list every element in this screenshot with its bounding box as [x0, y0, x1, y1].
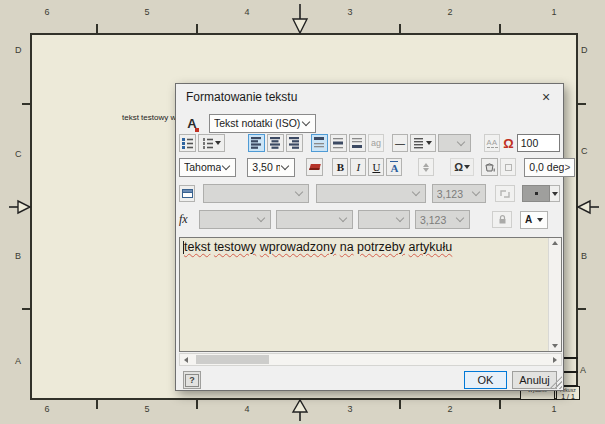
overline-button[interactable]: A [386, 158, 402, 176]
fx-lock-button[interactable] [492, 211, 512, 228]
baseline-label: ag [371, 138, 381, 148]
ruler-label: 5 [144, 7, 149, 17]
chevron-down-icon [396, 214, 404, 222]
lock-icon [497, 214, 508, 225]
help-button[interactable]: ? [183, 371, 201, 389]
blank-swatch-icon [505, 164, 512, 171]
chevron-down-icon [295, 188, 303, 196]
chevron-down-icon [457, 137, 465, 145]
align-center-button[interactable] [267, 134, 284, 152]
cancel-label: Anuluj [519, 374, 550, 386]
bullet-list-icon [181, 137, 194, 149]
align-left-icon [251, 137, 262, 149]
arrow-down-icon [423, 168, 429, 172]
font-size-combobox[interactable]: 3,50 mm [247, 158, 295, 177]
dash-icon: — [395, 138, 405, 149]
text-color-button[interactable] [306, 158, 323, 176]
fx-component-combobox [199, 210, 271, 229]
bullet-list-button[interactable] [179, 134, 196, 152]
underline-button[interactable]: U [368, 158, 384, 176]
ruler-label: 2 [447, 404, 452, 414]
ruler-label: 3 [347, 7, 352, 17]
precision-combobox: 3,123 [432, 184, 486, 203]
ruler-label: C [581, 146, 588, 156]
editor-text[interactable]: tekst testowy wprowadzony na potrzeby ar… [184, 240, 545, 254]
line-spacing-dropdown-button[interactable] [410, 134, 436, 152]
valign-bottom-button[interactable] [349, 134, 366, 152]
font-override-dropdown-button[interactable]: A [520, 211, 548, 229]
ruler-tick [399, 400, 401, 409]
valign-top-button[interactable] [311, 134, 328, 152]
fx-precision-combobox: 3,123 [415, 210, 470, 229]
italic-button[interactable]: I [350, 158, 366, 176]
format-text-dialog: Formatowanie tekstu × A Tekst notatki (I… [175, 83, 564, 391]
ok-button[interactable]: OK [464, 371, 507, 389]
cancel-button[interactable]: Anuluj [512, 371, 557, 389]
component-browse-button[interactable] [179, 185, 195, 202]
chevron-down-icon [215, 141, 221, 145]
font-combobox[interactable]: Tahoma [179, 158, 236, 177]
scrollbar-thumb[interactable] [196, 355, 269, 364]
symbol-style-dropdown-button[interactable]: Ω [450, 158, 474, 176]
chevron-down-cell[interactable] [550, 185, 560, 202]
fx-label: fx [179, 212, 194, 227]
ruler-label: 3 [347, 404, 352, 414]
align-left-button[interactable] [248, 134, 265, 152]
text-editor-area[interactable]: tekst testowy wprowadzony na potrzeby ar… [179, 237, 562, 352]
font-size-value: 3,50 mm [252, 161, 280, 173]
close-button[interactable]: × [529, 84, 563, 110]
background-button[interactable] [500, 158, 516, 176]
align-right-button[interactable] [286, 134, 303, 152]
bold-label: B [337, 161, 344, 173]
scroll-right-icon[interactable] [553, 357, 557, 363]
text-style-combobox[interactable]: Tekst notatki (ISO) [209, 114, 316, 133]
ruler-label: 1 [551, 7, 556, 17]
ruler-label: D [15, 45, 22, 55]
ruler-tick [499, 400, 501, 409]
fill-color-button[interactable] [481, 158, 498, 176]
parameter-color-split-button[interactable] [522, 185, 560, 202]
arrow-up-icon [423, 163, 429, 167]
ruler-tick [22, 308, 31, 310]
bold-button[interactable]: B [332, 158, 348, 176]
stack-text-button[interactable] [418, 158, 434, 176]
spinner-right-icon: > [564, 162, 570, 173]
chevron-down-icon [257, 214, 265, 222]
italic-label: I [357, 161, 361, 173]
scroll-down-icon[interactable] [552, 344, 558, 348]
vertical-scrollbar[interactable] [548, 238, 561, 351]
ruler-tick [96, 24, 98, 33]
dialog-titlebar[interactable]: Formatowanie tekstu × [176, 84, 563, 110]
chevron-down-icon [426, 141, 432, 145]
rotation-combobox[interactable]: 0,0 deg > [524, 158, 575, 177]
scroll-up-icon[interactable] [552, 241, 558, 245]
scroll-left-icon[interactable] [184, 357, 188, 363]
chevron-down-icon [464, 165, 470, 169]
dialog-title: Formatowanie tekstu [176, 90, 297, 104]
chevron-down-icon [537, 218, 543, 222]
rotation-value: 0,0 deg [529, 161, 564, 173]
overline-label: A [390, 161, 398, 174]
center-mark-left [4, 197, 32, 217]
chevron-down-icon [302, 117, 310, 125]
ruler-label: B [581, 251, 587, 261]
align-right-icon [289, 137, 300, 149]
ruler-label: 6 [44, 7, 49, 17]
center-mark-right [573, 197, 601, 217]
center-mark-top [290, 2, 310, 34]
stretch-input[interactable]: 100 [517, 134, 560, 152]
font-value: Tahoma [184, 161, 221, 173]
horizontal-scrollbar[interactable] [179, 353, 562, 366]
update-button[interactable] [495, 185, 515, 202]
insert-symbol-button[interactable]: Ω [502, 136, 515, 151]
fit-text-button[interactable]: AA [484, 134, 500, 152]
symbol-glyph: Ω [454, 161, 463, 173]
precision-value: 3,123 [437, 188, 471, 200]
numbered-list-dropdown-button[interactable] [198, 134, 225, 152]
component-icon [182, 188, 193, 199]
chevron-down-icon [552, 192, 558, 196]
ruler-label: 1 [551, 404, 556, 414]
valign-middle-button[interactable] [330, 134, 347, 152]
baseline-button[interactable]: ag [368, 134, 384, 152]
strikethrough-button[interactable]: — [392, 134, 408, 152]
